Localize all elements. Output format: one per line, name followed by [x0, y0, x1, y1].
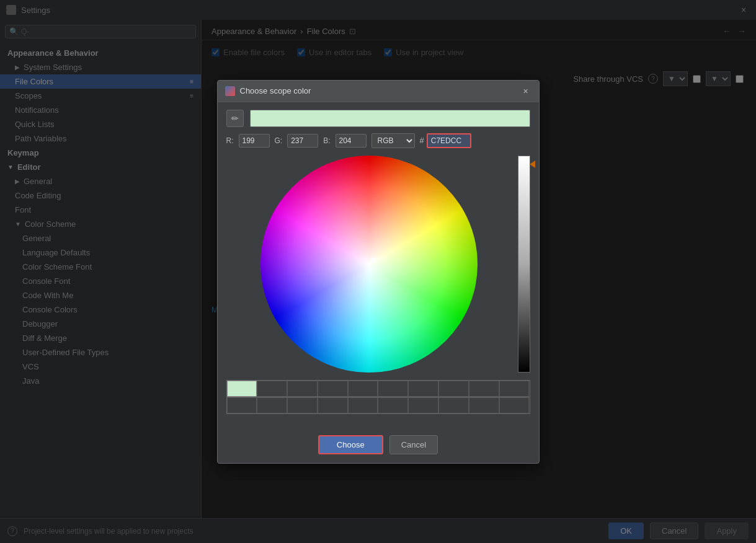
swatch[interactable] — [257, 381, 287, 397]
swatch[interactable] — [469, 397, 499, 413]
color-wheel-wrapper[interactable] — [226, 156, 512, 373]
color-picker-modal: Choose scope color × ✏ R: G: B: RGB — [217, 80, 540, 464]
hue-wheel[interactable] — [260, 156, 478, 373]
hex-label: # — [420, 136, 424, 145]
value-overlay — [260, 156, 478, 373]
swatch[interactable] — [408, 397, 438, 413]
swatch[interactable] — [348, 397, 378, 413]
r-input[interactable] — [239, 134, 270, 148]
swatch[interactable] — [378, 381, 408, 397]
modal-titlebar: Choose scope color × — [218, 81, 539, 102]
swatch[interactable] — [408, 381, 438, 397]
modal-title: Choose scope color — [240, 86, 520, 95]
modal-cancel-button[interactable]: Cancel — [389, 435, 438, 454]
hex-group: # — [420, 133, 471, 148]
g-input[interactable] — [287, 134, 318, 148]
swatch[interactable] — [499, 397, 530, 413]
swatch[interactable] — [227, 397, 257, 413]
b-input[interactable] — [336, 134, 367, 148]
swatch[interactable] — [378, 397, 408, 413]
modal-app-icon — [225, 86, 235, 96]
swatch[interactable] — [318, 381, 348, 397]
color-wheel-area — [226, 156, 530, 373]
eyedropper-button[interactable]: ✏ — [226, 110, 244, 127]
color-wheel-cursor — [371, 257, 375, 262]
rgb-row: R: G: B: RGB HSB # — [226, 133, 530, 148]
modal-close-button[interactable]: × — [520, 86, 531, 97]
swatch[interactable] — [499, 381, 530, 397]
swatch-active[interactable] — [227, 381, 257, 397]
swatch[interactable] — [438, 397, 469, 413]
swatch[interactable] — [348, 381, 378, 397]
swatch[interactable] — [318, 397, 348, 413]
b-label: B: — [323, 136, 330, 145]
choose-button[interactable]: Choose — [318, 435, 383, 454]
color-mode-select[interactable]: RGB HSB — [371, 133, 415, 148]
brightness-thumb — [530, 161, 535, 168]
swatch[interactable] — [257, 397, 287, 413]
modal-body: ✏ R: G: B: RGB HSB # — [218, 102, 539, 429]
hex-input[interactable] — [427, 133, 471, 148]
r-label: R: — [226, 136, 234, 145]
color-preview-row: ✏ — [226, 110, 530, 127]
color-wheel-container[interactable] — [260, 156, 478, 373]
swatches-grid-row1 — [226, 380, 530, 397]
swatches-grid-row2 — [226, 397, 530, 414]
swatch[interactable] — [469, 381, 499, 397]
swatch[interactable] — [438, 381, 469, 397]
modal-overlay[interactable]: Choose scope color × ✏ R: G: B: RGB — [0, 0, 756, 543]
g-label: G: — [275, 136, 283, 145]
swatch[interactable] — [287, 381, 318, 397]
color-preview-bar — [250, 110, 530, 127]
brightness-slider[interactable] — [518, 156, 530, 373]
swatch[interactable] — [287, 397, 318, 413]
brightness-slider-container — [518, 156, 530, 373]
brightness-slider-wrapper — [518, 156, 530, 373]
modal-footer: Choose Cancel — [218, 429, 539, 463]
eyedropper-icon: ✏ — [231, 113, 239, 123]
swatches-container — [226, 380, 530, 414]
